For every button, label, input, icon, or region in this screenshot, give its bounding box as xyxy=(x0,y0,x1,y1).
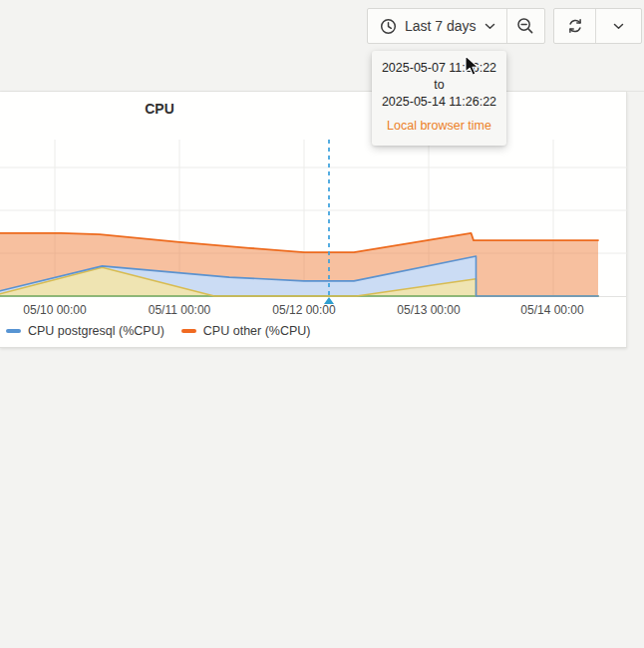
time-picker-group: Last 7 days xyxy=(367,8,545,44)
legend-color-dash xyxy=(6,329,21,333)
refresh-group xyxy=(553,8,642,44)
chevron-down-icon xyxy=(613,23,624,30)
refresh-button[interactable] xyxy=(554,9,595,43)
time-range-button[interactable]: Last 7 days xyxy=(368,9,506,43)
mouse-pointer xyxy=(464,55,483,77)
tooltip-to-word: to xyxy=(378,77,500,94)
legend-label: CPU other (%CPU) xyxy=(203,324,311,338)
x-tick-label: 05/13 00:00 xyxy=(384,303,474,317)
cpu-panel: CPU 05/10 00:00 05/11 00:00 05/12 00:00 … xyxy=(0,92,627,348)
tooltip-to-timestamp: 2025-05-14 11:26:22 xyxy=(378,94,500,111)
legend-item-cpu-other[interactable]: CPU other (%CPU) xyxy=(181,324,311,338)
x-tick-label: 05/10 00:00 xyxy=(10,303,100,317)
x-tick-label: 05/11 00:00 xyxy=(135,303,224,317)
x-tick-label: 05/14 00:00 xyxy=(507,303,597,317)
legend-label: CPU postgresql (%CPU) xyxy=(28,324,164,338)
tooltip-timezone-note: Local browser time xyxy=(378,118,500,135)
x-tick-label: 05/12 00:00 xyxy=(259,303,349,317)
time-range-label: Last 7 days xyxy=(405,18,477,34)
page: Last 7 days xyxy=(0,0,644,648)
refresh-interval-dropdown-button[interactable] xyxy=(595,9,641,43)
zoom-out-icon xyxy=(516,17,534,35)
chevron-down-icon xyxy=(484,23,495,30)
legend-color-dash xyxy=(181,329,196,333)
clock-icon xyxy=(380,18,397,35)
panel-title: CPU xyxy=(0,101,319,117)
zoom-out-button[interactable] xyxy=(506,9,544,43)
time-range-tooltip: 2025-05-07 11:26:22 to 2025-05-14 11:26:… xyxy=(372,51,506,146)
legend-item-cpu-postgresql[interactable]: CPU postgresql (%CPU) xyxy=(6,324,164,338)
refresh-icon xyxy=(566,17,584,35)
chart-legend: CPU postgresql (%CPU) CPU other (%CPU) xyxy=(6,324,311,338)
